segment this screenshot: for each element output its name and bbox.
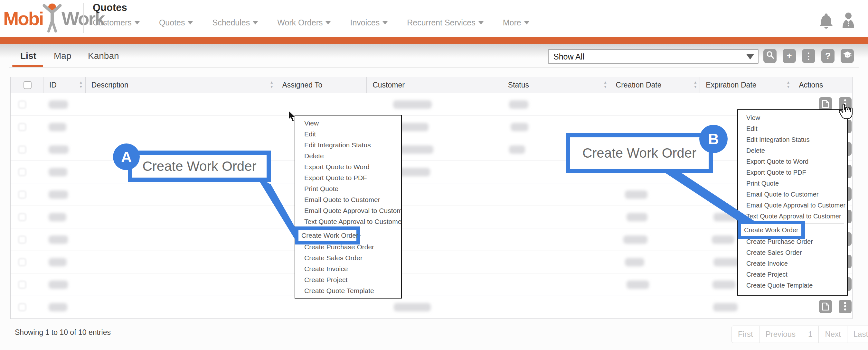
help-button[interactable]: ? (821, 49, 835, 63)
training-button[interactable] (841, 49, 854, 63)
menu-item-create-quote-template[interactable]: Create Quote Template (295, 285, 401, 296)
menu-item-edit[interactable]: Edit (738, 123, 847, 134)
select-all-checkbox[interactable] (24, 81, 32, 89)
tab-list[interactable]: List (20, 51, 36, 61)
menu-item-delete[interactable]: Delete (738, 145, 847, 156)
menu-item-view[interactable]: View (295, 118, 401, 129)
column-header-expiration-date[interactable]: Expiration Date▴▾ (700, 77, 793, 93)
filter-dropdown[interactable]: Show All (548, 49, 758, 64)
row-checkbox[interactable] (18, 213, 26, 221)
menu-item-print-quote[interactable]: Print Quote (738, 178, 847, 189)
nav-item-more[interactable]: More (503, 18, 529, 27)
nav-item-recurrent-services[interactable]: Recurrent Services (407, 18, 484, 27)
table-body (11, 93, 852, 318)
menu-item-create-invoice[interactable]: Create Invoice (295, 264, 401, 274)
highlighted-menu-item-create-work-order-right[interactable]: Create Work Order (738, 221, 805, 239)
row-checkbox[interactable] (18, 236, 26, 244)
table-row[interactable] (11, 93, 852, 116)
chevron-down-icon (253, 21, 258, 25)
menu-item-email-quote-to-customer[interactable]: Email Quote to Customer (295, 194, 401, 205)
column-header-actions[interactable]: Actions (793, 77, 852, 93)
sort-arrows-icon[interactable]: ▴▾ (787, 80, 789, 89)
accent-bar (0, 37, 868, 44)
menu-item-create-sales-order[interactable]: Create Sales Order (738, 247, 847, 258)
nav-item-work-orders[interactable]: Work Orders (277, 18, 331, 27)
page-button-next[interactable]: Next (818, 325, 847, 343)
menu-item-edit[interactable]: Edit (295, 129, 401, 140)
column-header-assigned-to[interactable]: Assigned To (276, 77, 367, 93)
column-header-creation-date[interactable]: Creation Date▴▾ (610, 77, 700, 93)
menu-item-edit-integration-status[interactable]: Edit Integration Status (738, 134, 847, 145)
column-header-customer[interactable]: Customer (367, 77, 502, 93)
redacted-cell-content (49, 236, 68, 244)
table-row[interactable] (11, 229, 852, 251)
document-button[interactable] (819, 97, 832, 111)
row-context-menu-left: ViewEditEdit Integration StatusDeleteExp… (294, 115, 402, 299)
table-row[interactable] (11, 296, 852, 318)
menu-item-export-quote-to-pdf[interactable]: Export Quote to PDF (295, 172, 401, 183)
column-header-description[interactable]: Description▴▾ (86, 77, 277, 93)
menu-item-create-sales-order[interactable]: Create Sales Order (295, 252, 401, 264)
nav-item-schedules[interactable]: Schedules (212, 18, 258, 27)
sort-arrows-icon[interactable]: ▴▾ (694, 80, 696, 89)
sort-arrows-icon[interactable]: ▴▾ (604, 80, 607, 89)
nav-item-quotes[interactable]: Quotes (159, 18, 193, 27)
nav-item-customers[interactable]: Customers (93, 18, 140, 27)
search-button[interactable] (763, 49, 777, 63)
highlighted-menu-item-create-work-order-left[interactable]: Create Work Order (295, 226, 360, 244)
column-header-status[interactable]: Status▴▾ (502, 77, 610, 93)
menu-item-create-project[interactable]: Create Project (295, 274, 401, 285)
mobiwork-logo[interactable]: Mobi Work (3, 4, 104, 32)
column-label: Assigned To (282, 81, 322, 90)
menu-item-print-quote[interactable]: Print Quote (295, 183, 401, 194)
notifications-bell-icon[interactable] (819, 12, 834, 30)
menu-item-text-quote-approval-to-customer[interactable]: Text Quote Approval to Customer (295, 216, 401, 227)
column-header-id[interactable]: ID▴▾ (43, 77, 86, 93)
menu-item-export-quote-to-word[interactable]: Export Quote to Word (295, 162, 401, 172)
tab-map[interactable]: Map (54, 51, 71, 61)
pagination: FirstPrevious1NextLast (732, 325, 868, 343)
table-row[interactable] (11, 206, 852, 229)
table-row[interactable] (11, 251, 852, 273)
menu-item-create-project[interactable]: Create Project (738, 269, 847, 280)
menu-item-email-quote-approval-to-customer[interactable]: Email Quote Approval to Customer (738, 200, 847, 211)
sort-arrows-icon[interactable]: ▴▾ (80, 80, 82, 89)
filter-dropdown-value: Show All (553, 52, 584, 62)
nav-item-invoices[interactable]: Invoices (350, 18, 388, 27)
row-checkbox[interactable] (18, 281, 26, 288)
tab-kanban[interactable]: Kanban (88, 51, 119, 61)
menu-item-email-quote-to-customer[interactable]: Email Quote to Customer (738, 189, 847, 200)
column-header-select[interactable] (11, 77, 43, 93)
menu-item-edit-integration-status[interactable]: Edit Integration Status (295, 140, 401, 150)
menu-item-export-quote-to-word[interactable]: Export Quote to Word (738, 156, 847, 167)
page-button-last[interactable]: Last (847, 325, 868, 343)
chevron-down-icon (188, 21, 193, 25)
table-row[interactable] (11, 183, 852, 206)
sort-arrows-icon[interactable]: ▴▾ (271, 80, 273, 89)
more-options-button[interactable]: ⋮ (802, 49, 815, 63)
page-button-1[interactable]: 1 (802, 325, 819, 343)
row-checkbox[interactable] (18, 258, 26, 266)
row-checkbox[interactable] (18, 101, 26, 108)
page-button-first[interactable]: First (732, 325, 760, 343)
page-button-previous[interactable]: Previous (759, 325, 802, 343)
document-button[interactable] (819, 300, 832, 313)
more-options-icon (844, 302, 846, 311)
row-menu-button[interactable] (839, 300, 851, 313)
menu-item-create-invoice[interactable]: Create Invoice (738, 258, 847, 269)
table-row[interactable] (11, 273, 852, 296)
user-profile-icon[interactable] (841, 12, 856, 30)
row-checkbox[interactable] (18, 191, 26, 199)
menu-item-delete[interactable]: Delete (295, 150, 401, 162)
menu-item-text-quote-approval-to-customer[interactable]: Text Quote Approval to Customer (738, 211, 847, 222)
menu-item-view[interactable]: View (738, 112, 847, 123)
row-checkbox[interactable] (18, 168, 26, 176)
row-checkbox[interactable] (18, 146, 26, 153)
row-checkbox[interactable] (18, 123, 26, 131)
add-button[interactable]: + (783, 49, 796, 63)
menu-item-email-quote-approval-to-customer[interactable]: Email Quote Approval to Customer (295, 205, 401, 216)
row-checkbox[interactable] (18, 303, 26, 311)
menu-item-create-quote-template[interactable]: Create Quote Template (738, 280, 847, 291)
row-menu-button[interactable] (839, 97, 851, 111)
menu-item-export-quote-to-pdf[interactable]: Export Quote to PDF (738, 167, 847, 178)
